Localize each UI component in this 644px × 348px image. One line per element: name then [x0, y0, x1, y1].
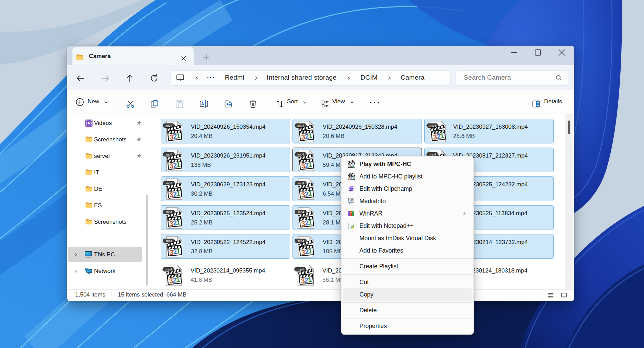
- svg-text:.mp4: .mp4: [297, 239, 304, 243]
- svg-text:1: 1: [308, 275, 312, 283]
- svg-text:.mp4: .mp4: [165, 268, 172, 271]
- svg-text:1: 1: [176, 132, 181, 140]
- svg-text:1: 1: [308, 161, 313, 169]
- svg-text:.mp4: .mp4: [297, 210, 304, 214]
- svg-text:1: 1: [308, 189, 313, 197]
- svg-text:1: 1: [308, 247, 313, 255]
- svg-text:.mp4: .mp4: [297, 124, 304, 127]
- svg-text:.mp4: .mp4: [165, 153, 172, 156]
- svg-text:.mp4: .mp4: [297, 182, 304, 185]
- svg-text:1: 1: [176, 247, 181, 255]
- svg-text:.mp4: .mp4: [165, 124, 172, 127]
- svg-text:1: 1: [308, 218, 313, 226]
- svg-text:.mp4: .mp4: [297, 268, 303, 271]
- svg-text:1: 1: [440, 132, 445, 140]
- svg-text:.mp4: .mp4: [165, 239, 172, 243]
- svg-text:.mp4: .mp4: [297, 153, 304, 156]
- svg-text:1: 1: [176, 218, 181, 226]
- svg-text:.mp4: .mp4: [165, 182, 172, 185]
- svg-text:1: 1: [176, 275, 181, 283]
- svg-text:.mp4: .mp4: [165, 210, 172, 214]
- svg-text:.mp4: .mp4: [429, 124, 436, 127]
- svg-text:.mp4: .mp4: [429, 153, 436, 156]
- svg-text:1: 1: [176, 189, 181, 197]
- svg-text:1: 1: [308, 132, 313, 140]
- svg-text:1: 1: [176, 161, 181, 169]
